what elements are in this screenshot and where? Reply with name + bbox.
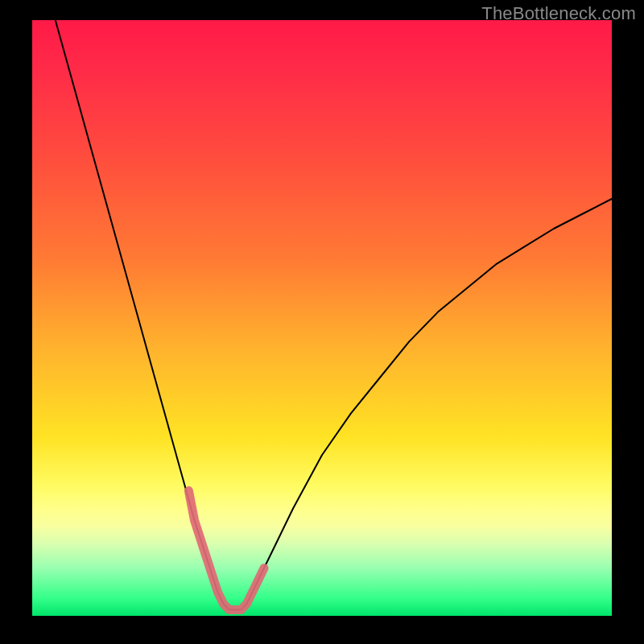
plot-area [32,20,612,616]
highlight-range-line [188,491,264,610]
chart-svg [32,20,612,616]
chart-frame: TheBottleneck.com [0,0,644,644]
bottleneck-curve-line [56,20,612,610]
